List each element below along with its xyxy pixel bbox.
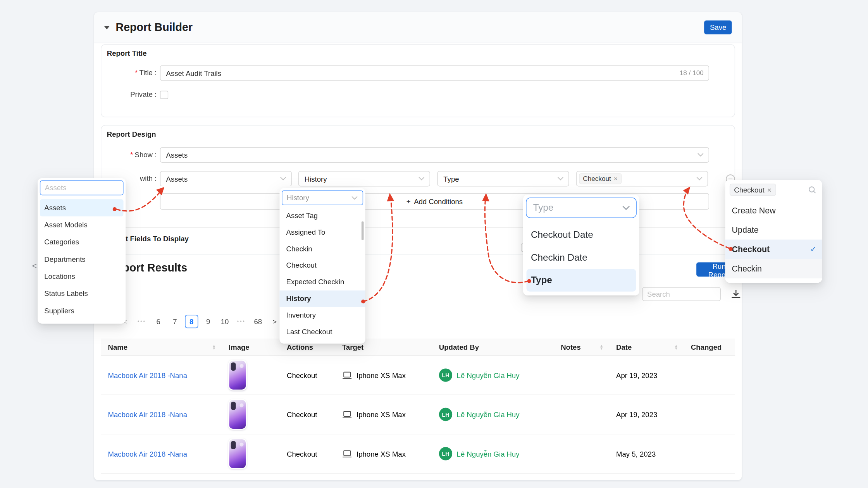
selected-tag: Checkout × — [730, 184, 776, 196]
pagination-ellipsis[interactable]: ••• — [235, 315, 248, 328]
header-changed: Changed — [684, 343, 735, 351]
option-last-checkout[interactable]: Last Checkout — [279, 324, 365, 340]
tag-remove-icon[interactable]: × — [614, 175, 618, 182]
pagination-page-10[interactable]: 10 — [218, 315, 231, 328]
date-cell: Apr 19, 2023 — [616, 410, 657, 418]
download-icon[interactable] — [728, 287, 743, 301]
type-select[interactable]: Type — [526, 198, 637, 218]
table-row: Macbook Air 2018 -Nana Checkout Iphone X… — [101, 356, 735, 395]
option-suppliers[interactable]: Suppliers — [40, 302, 124, 319]
user-avatar: LH — [439, 447, 452, 460]
option-status-labels[interactable]: Status Labels — [40, 285, 124, 302]
table-row: Macbook Air 2018 -Nana Checkout Iphone X… — [101, 395, 735, 434]
required-mark: * — [130, 151, 133, 159]
report-design-heading: Report Design — [107, 130, 156, 138]
option-checkout[interactable]: Checkout — [279, 257, 365, 274]
target-cell: Iphone XS Max — [356, 450, 406, 458]
user-avatar: LH — [439, 368, 452, 381]
pagination-page-7[interactable]: 7 — [168, 315, 181, 328]
show-row: *Show : Assets — [101, 147, 734, 163]
scrollbar-thumb[interactable] — [362, 221, 364, 240]
option-asset-models[interactable]: Asset Models — [40, 217, 124, 234]
option-categories[interactable]: Categories — [40, 234, 124, 251]
user-link[interactable]: Lê Nguyễn Gia Huy — [457, 410, 520, 418]
option-update[interactable]: Update — [725, 220, 822, 240]
asset-name-link[interactable]: Macbook Air 2018 -Nana — [108, 410, 187, 418]
sort-icon: ▲▼ — [674, 344, 678, 350]
pagination-page-9[interactable]: 9 — [202, 315, 215, 328]
asset-name-link[interactable]: Macbook Air 2018 -Nana — [108, 450, 187, 458]
pagination-page-68[interactable]: 68 — [251, 315, 265, 328]
chevron-down-icon — [351, 196, 358, 200]
asset-name-link[interactable]: Macbook Air 2018 -Nana — [108, 371, 187, 379]
with-select-entity[interactable]: Assets — [160, 171, 292, 186]
entity-search-input[interactable] — [40, 180, 124, 196]
pagination-ellipsis[interactable]: ••• — [135, 315, 148, 328]
user-link[interactable]: Lê Nguyễn Gia Huy — [457, 371, 520, 379]
private-checkbox[interactable] — [160, 91, 168, 99]
selected-tag: Checkout × — [579, 173, 622, 184]
table-row: Macbook Air 2018 -Nana Checkout Iphone X… — [101, 434, 735, 473]
sort-icon: ▲▼ — [599, 344, 603, 350]
pagination: < ••• 6 7 8 9 10 ••• 68 > — [119, 315, 281, 328]
chevron-left-icon: < — [32, 261, 37, 270]
option-assigned-to[interactable]: Assigned To — [279, 224, 365, 241]
search-icon — [808, 186, 816, 194]
report-title-heading: Report Title — [107, 49, 147, 57]
title-input-wrap: 18 / 100 — [160, 65, 709, 81]
header-name[interactable]: Name▲▼ — [101, 343, 221, 351]
action-select[interactable]: Checkout × — [725, 180, 822, 196]
option-inventory[interactable]: Inventory — [279, 307, 365, 324]
chevron-down-icon — [696, 177, 703, 180]
option-departments[interactable]: Departments — [40, 251, 124, 268]
with-select-field[interactable]: History — [298, 171, 430, 186]
laptop-icon — [342, 371, 352, 379]
user-link[interactable]: Lê Nguyễn Gia Huy — [457, 450, 520, 458]
action-cell: Checkout — [287, 410, 317, 418]
collapse-caret-icon[interactable] — [104, 26, 110, 29]
asset-image — [229, 439, 246, 468]
option-checkout-date[interactable]: Checkout Date — [523, 223, 639, 246]
save-button[interactable]: Save — [704, 21, 732, 34]
card-header: Report Builder Save — [94, 12, 742, 43]
chevron-down-icon — [418, 177, 425, 180]
show-label: *Show : — [101, 147, 157, 163]
required-mark: * — [135, 69, 138, 77]
results-search-input[interactable] — [642, 287, 721, 301]
chevron-down-icon — [558, 177, 564, 180]
show-select[interactable]: Assets — [160, 147, 709, 163]
pagination-page-6[interactable]: 6 — [152, 315, 165, 328]
table-header-row: Name▲▼ Image Actions Target Updated By N… — [101, 339, 735, 356]
with-select-action[interactable]: Checkout × — [576, 171, 708, 186]
checkmark-icon: ✓ — [810, 240, 816, 259]
option-checkin[interactable]: Checkin — [279, 241, 365, 257]
tag-remove-icon[interactable]: × — [767, 186, 772, 194]
private-label: Private : — [101, 89, 157, 100]
type-dropdown: Type Checkout Date Checkin Date Type — [523, 195, 639, 296]
user-avatar: LH — [439, 408, 452, 421]
field-select[interactable]: History — [282, 190, 363, 205]
conditions-row: + Add Conditions — [101, 193, 734, 210]
option-checkout[interactable]: Checkout ✓ — [725, 240, 822, 259]
option-checkin-date[interactable]: Checkin Date — [523, 246, 639, 269]
field-dropdown: History Asset Tag Assigned To Checkin Ch… — [279, 188, 365, 344]
option-type[interactable]: Type — [527, 269, 636, 292]
option-checkin[interactable]: Checkin — [725, 259, 822, 278]
option-asset-tag[interactable]: Asset Tag — [279, 208, 365, 224]
header-notes[interactable]: Notes▲▼ — [554, 343, 609, 351]
with-select-type[interactable]: Type — [437, 171, 569, 186]
option-assets[interactable]: Assets — [40, 199, 124, 216]
option-history[interactable]: History — [279, 290, 365, 307]
action-option-list: Create New Update Checkout ✓ Checkin — [725, 201, 822, 278]
page-title: Report Builder — [116, 21, 193, 34]
with-row: with : Assets History Type Checkout × — [101, 171, 734, 186]
header-target: Target — [335, 343, 432, 351]
option-create-new[interactable]: Create New — [725, 201, 822, 220]
title-input[interactable] — [160, 65, 709, 81]
option-locations[interactable]: Locations — [40, 268, 124, 285]
header-image: Image — [221, 343, 279, 351]
option-expected-checkin[interactable]: Expected Checkin — [279, 274, 365, 290]
chevron-down-icon — [280, 177, 286, 180]
pagination-page-8-active[interactable]: 8 — [185, 315, 198, 328]
header-date[interactable]: Date▲▼ — [609, 343, 684, 351]
